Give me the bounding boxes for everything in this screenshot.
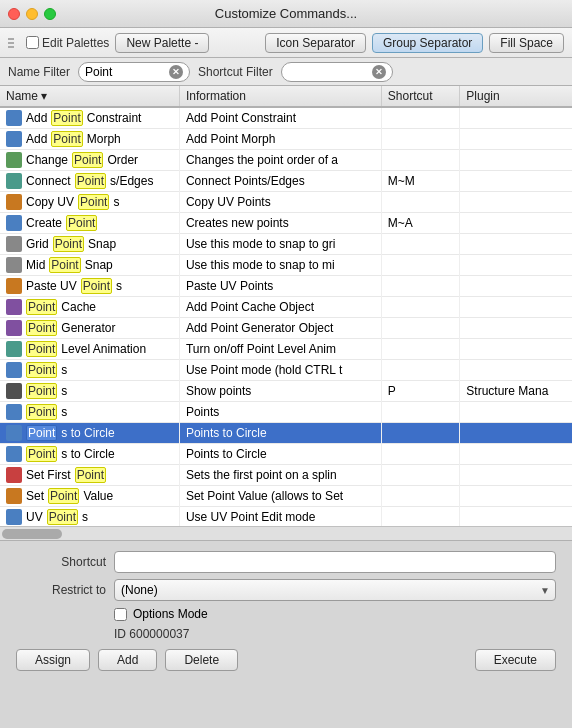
assign-button[interactable]: Assign bbox=[16, 649, 90, 671]
table-row[interactable]: Set First PointSets the first point on a… bbox=[0, 465, 572, 486]
shortcut-cell bbox=[381, 234, 460, 255]
info-cell: Show points bbox=[179, 381, 381, 402]
name-cell: Point Generator bbox=[0, 318, 179, 339]
name-cell: Paste UV Points bbox=[0, 276, 179, 297]
table-row[interactable]: PointsUse Point mode (hold CTRL t bbox=[0, 360, 572, 381]
table-row[interactable]: PointsPoints bbox=[0, 402, 572, 423]
row-icon bbox=[6, 509, 22, 525]
table-row[interactable]: Points to CirclePoints to Circle bbox=[0, 423, 572, 444]
plugin-cell bbox=[460, 107, 572, 129]
name-highlight: Point bbox=[53, 236, 84, 252]
table-row[interactable]: Change Point OrderChanges the point orde… bbox=[0, 150, 572, 171]
scrollbar-thumb[interactable] bbox=[2, 529, 62, 539]
name-cell: Grid Point Snap bbox=[0, 234, 179, 255]
table-row[interactable]: Copy UV PointsCopy UV Points bbox=[0, 192, 572, 213]
table-row[interactable]: Point GeneratorAdd Point Generator Objec… bbox=[0, 318, 572, 339]
col-information[interactable]: Information bbox=[179, 86, 381, 107]
name-highlight: Point bbox=[49, 257, 80, 273]
shortcut-input[interactable] bbox=[114, 551, 556, 573]
name-cell: Add Point Morph bbox=[0, 129, 179, 150]
plugin-cell bbox=[460, 339, 572, 360]
shortcut-cell bbox=[381, 507, 460, 527]
shortcut-cell bbox=[381, 276, 460, 297]
row-icon bbox=[6, 467, 22, 483]
info-cell: Creates new points bbox=[179, 213, 381, 234]
name-highlight: Point bbox=[26, 383, 57, 399]
name-highlight: Point bbox=[78, 194, 109, 210]
options-mode-label: Options Mode bbox=[133, 607, 208, 621]
name-filter-input[interactable] bbox=[85, 65, 165, 79]
table-row[interactable]: Create PointCreates new pointsM~A bbox=[0, 213, 572, 234]
table-row[interactable]: UV PointsUse UV Point Edit mode bbox=[0, 507, 572, 527]
row-icon bbox=[6, 173, 22, 189]
col-name[interactable]: Name ▾ bbox=[0, 86, 179, 107]
info-cell: Use this mode to snap to gri bbox=[179, 234, 381, 255]
plugin-cell: Structure Mana bbox=[460, 381, 572, 402]
shortcut-cell bbox=[381, 129, 460, 150]
info-cell: Use this mode to snap to mi bbox=[179, 255, 381, 276]
name-cell: Set Point Value bbox=[0, 486, 179, 507]
add-button[interactable]: Add bbox=[98, 649, 157, 671]
row-icon bbox=[6, 236, 22, 252]
table-row[interactable]: Grid Point SnapUse this mode to snap to … bbox=[0, 234, 572, 255]
table-row[interactable]: PointsShow pointsPStructure Mana bbox=[0, 381, 572, 402]
info-cell: Connect Points/Edges bbox=[179, 171, 381, 192]
info-cell: Add Point Constraint bbox=[179, 107, 381, 129]
table-row[interactable]: Add Point MorphAdd Point Morph bbox=[0, 129, 572, 150]
edit-palettes-checkbox-label[interactable]: Edit Palettes bbox=[26, 36, 109, 50]
shortcut-cell bbox=[381, 318, 460, 339]
table-row[interactable]: Points to CirclePoints to Circle bbox=[0, 444, 572, 465]
info-cell: Points bbox=[179, 402, 381, 423]
row-icon bbox=[6, 131, 22, 147]
shortcut-cell bbox=[381, 107, 460, 129]
restrict-to-label: Restrict to bbox=[16, 583, 106, 597]
edit-palettes-checkbox[interactable] bbox=[26, 36, 39, 49]
shortcut-cell bbox=[381, 423, 460, 444]
shortcut-filter-clear[interactable]: ✕ bbox=[372, 65, 386, 79]
row-icon bbox=[6, 488, 22, 504]
horizontal-scrollbar[interactable] bbox=[0, 526, 572, 540]
shortcut-cell bbox=[381, 339, 460, 360]
row-icon bbox=[6, 425, 22, 441]
maximize-button[interactable] bbox=[44, 8, 56, 20]
col-shortcut[interactable]: Shortcut bbox=[381, 86, 460, 107]
shortcut-cell bbox=[381, 444, 460, 465]
plugin-cell bbox=[460, 507, 572, 527]
name-filter-clear[interactable]: ✕ bbox=[169, 65, 183, 79]
table-row[interactable]: Set Point ValueSet Point Value (allows t… bbox=[0, 486, 572, 507]
new-palette-button[interactable]: New Palette - bbox=[115, 33, 209, 53]
name-highlight: Point bbox=[75, 173, 106, 189]
minimize-button[interactable] bbox=[26, 8, 38, 20]
table-row[interactable]: Paste UV PointsPaste UV Points bbox=[0, 276, 572, 297]
info-cell: Use Point mode (hold CTRL t bbox=[179, 360, 381, 381]
group-separator-button[interactable]: Group Separator bbox=[372, 33, 483, 53]
plugin-cell bbox=[460, 318, 572, 339]
name-cell: Change Point Order bbox=[0, 150, 179, 171]
name-cell: Points bbox=[0, 402, 179, 423]
table-row[interactable]: Point CacheAdd Point Cache Object bbox=[0, 297, 572, 318]
row-icon bbox=[6, 341, 22, 357]
name-cell: Point Level Animation bbox=[0, 339, 179, 360]
icon-separator-button[interactable]: Icon Separator bbox=[265, 33, 366, 53]
shortcut-filter-input[interactable] bbox=[288, 65, 368, 79]
restrict-to-select[interactable]: (None) bbox=[114, 579, 556, 601]
execute-button[interactable]: Execute bbox=[475, 649, 556, 671]
options-mode-checkbox[interactable] bbox=[114, 608, 127, 621]
fill-space-button[interactable]: Fill Space bbox=[489, 33, 564, 53]
delete-button[interactable]: Delete bbox=[165, 649, 238, 671]
close-button[interactable] bbox=[8, 8, 20, 20]
row-icon bbox=[6, 257, 22, 273]
info-cell: Set Point Value (allows to Set bbox=[179, 486, 381, 507]
name-highlight: Point bbox=[26, 404, 57, 420]
name-cell: Points bbox=[0, 381, 179, 402]
table-row[interactable]: Add Point ConstraintAdd Point Constraint bbox=[0, 107, 572, 129]
shortcut-cell bbox=[381, 402, 460, 423]
row-icon bbox=[6, 194, 22, 210]
plugin-cell bbox=[460, 360, 572, 381]
table-row[interactable]: Mid Point SnapUse this mode to snap to m… bbox=[0, 255, 572, 276]
plugin-cell bbox=[460, 234, 572, 255]
col-plugin[interactable]: Plugin bbox=[460, 86, 572, 107]
table-row[interactable]: Point Level AnimationTurn on/off Point L… bbox=[0, 339, 572, 360]
table-row[interactable]: Connect Points/EdgesConnect Points/Edges… bbox=[0, 171, 572, 192]
name-cell: Point Cache bbox=[0, 297, 179, 318]
